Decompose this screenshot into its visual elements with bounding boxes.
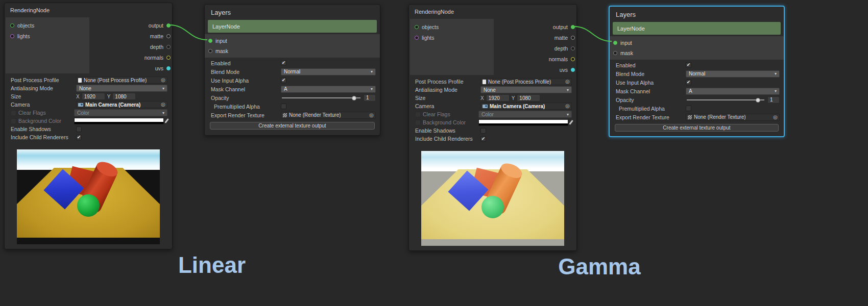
port-dot-mask[interactable]	[613, 51, 617, 55]
port-dot-normals[interactable]	[571, 57, 575, 61]
port-dot-matte[interactable]	[166, 34, 171, 38]
object-picker-icon[interactable]: ◎	[565, 79, 570, 84]
size-x-field[interactable]: 1920	[486, 94, 510, 101]
create-external-texture-button[interactable]: Create external texture output	[210, 122, 375, 130]
opacity-slider[interactable]	[281, 94, 361, 101]
size-label: Size	[415, 95, 478, 101]
eyedropper-icon[interactable]	[569, 120, 573, 125]
prop-row-mask-channel: Mask Channel A ▾	[610, 87, 784, 95]
prop-row-use-input-alpha: Use Input Alpha ✔	[610, 78, 784, 87]
port-label-matte: matte	[554, 35, 568, 41]
premultiplied-alpha-checkbox[interactable]: ✔	[686, 106, 691, 111]
opacity-slider[interactable]	[686, 96, 765, 104]
port-dot-depth[interactable]	[571, 46, 575, 50]
port-dot-input[interactable]	[613, 41, 617, 45]
color-alpha-bar	[75, 122, 163, 124]
size-x-field[interactable]: 1920	[82, 93, 105, 100]
render-texture-icon	[283, 113, 287, 117]
eyedropper-icon[interactable]	[164, 118, 169, 123]
prop-row-clear-flags: ✔ Clear Flags Color ▾	[409, 110, 576, 118]
port-dot-matte[interactable]	[571, 36, 575, 40]
wire-path[interactable]	[574, 27, 612, 41]
object-picker-icon[interactable]: ◎	[773, 115, 778, 120]
camera-icon	[78, 103, 83, 107]
rendering-node-ports: objects lights output matte depth	[409, 19, 576, 75]
background-color-override-checkbox[interactable]: ✔	[415, 120, 421, 125]
port-row-uvs: uvs	[89, 63, 172, 73]
enable-shadows-checkbox[interactable]: ✔	[76, 126, 82, 132]
prop-row-camera: Camera Main Camera (Camera) ◎	[409, 102, 576, 110]
background-color-field[interactable]	[74, 118, 164, 124]
slider-handle[interactable]	[352, 96, 356, 100]
mask-channel-dropdown[interactable]: A ▾	[686, 88, 780, 95]
object-picker-icon[interactable]: ◎	[161, 78, 165, 83]
camera-value: Main Camera (Camera)	[490, 104, 563, 109]
port-label-normals: normals	[144, 55, 163, 61]
rendering-node[interactable]: RenderingNode objects lights output m	[4, 3, 173, 249]
layers-node[interactable]: Layers LayerNode input mask Enabled ✔ Bl…	[204, 4, 380, 136]
checkmark-icon: ✔	[687, 80, 691, 85]
enabled-checkbox[interactable]: ✔	[281, 60, 286, 66]
opacity-value-field[interactable]: 1	[767, 96, 780, 104]
include-child-renderers-checkbox[interactable]: ✔	[480, 136, 486, 142]
mask-channel-dropdown[interactable]: A ▾	[281, 86, 376, 93]
layers-node[interactable]: Layers LayerNode input mask Enabled ✔ Bl…	[609, 6, 785, 137]
background-color-field[interactable]	[478, 119, 568, 126]
chevron-down-icon: ▾	[371, 69, 373, 74]
wire-path[interactable]	[170, 25, 207, 40]
slider-handle[interactable]	[756, 98, 760, 103]
export-render-texture-field[interactable]: None (Render Texture) ◎	[686, 114, 780, 121]
include-child-renderers-checkbox[interactable]: ✔	[76, 135, 82, 140]
antialiasing-mode-dropdown[interactable]: None ▾	[76, 85, 167, 92]
port-dot-output[interactable]	[571, 25, 575, 29]
blend-mode-dropdown[interactable]: Normal ▾	[281, 68, 376, 75]
rendering-node[interactable]: RenderingNode objects lights output m	[408, 4, 577, 251]
background-color-override-checkbox[interactable]: ✔	[11, 118, 16, 124]
object-picker-icon[interactable]: ◎	[369, 113, 374, 118]
enable-shadows-checkbox[interactable]: ✔	[480, 128, 486, 134]
port-dot-output[interactable]	[166, 23, 171, 28]
size-y-field[interactable]: 1080	[112, 93, 136, 100]
enabled-checkbox[interactable]: ✔	[686, 62, 691, 68]
object-picker-icon[interactable]: ◎	[565, 104, 570, 109]
green-sphere	[77, 194, 100, 217]
port-label-lights: lights	[422, 35, 435, 41]
post-process-profile-field[interactable]: None (Post Process Profile) ◎	[480, 78, 572, 85]
export-render-texture-field[interactable]: None (Render Texture) ◎	[281, 112, 376, 119]
post-process-profile-field[interactable]: None (Post Process Profile) ◎	[76, 76, 167, 84]
size-y-field[interactable]: 1080	[517, 94, 540, 101]
port-dot-lights[interactable]	[10, 34, 14, 38]
layer-node-header[interactable]: LayerNode	[208, 20, 377, 33]
camera-field[interactable]: Main Camera (Camera) ◎	[76, 101, 167, 108]
port-dot-objects[interactable]	[10, 23, 14, 28]
camera-field[interactable]: Main Camera (Camera) ◎	[480, 103, 572, 110]
use-input-alpha-checkbox[interactable]: ✔	[281, 78, 286, 83]
opacity-value-field[interactable]: 1	[364, 94, 376, 101]
size-x-value: 1920	[489, 95, 500, 101]
colorspace-label: Linear	[130, 252, 294, 278]
port-row-objects: objects	[6, 20, 89, 31]
port-dot-input[interactable]	[208, 39, 212, 43]
clear-flags-value: Color	[77, 110, 89, 116]
port-dot-uvs[interactable]	[166, 66, 171, 70]
object-picker-icon[interactable]: ◎	[161, 102, 165, 107]
blend-mode-dropdown[interactable]: Normal ▾	[686, 70, 780, 78]
prop-row-use-input-alpha: Use Input Alpha ✔	[205, 76, 380, 85]
port-dot-uvs[interactable]	[571, 68, 575, 72]
port-dot-normals[interactable]	[166, 56, 171, 60]
premultiplied-alpha-checkbox[interactable]: ✔	[281, 104, 286, 109]
opacity-value: 1	[366, 95, 369, 100]
clear-flags-dropdown: Color ▾	[74, 109, 167, 116]
prop-row-opacity: Opacity 1	[205, 93, 380, 102]
antialiasing-mode-dropdown[interactable]: None ▾	[480, 86, 572, 93]
port-dot-objects[interactable]	[415, 25, 419, 29]
clear-flags-override-checkbox[interactable]: ✔	[11, 110, 16, 116]
create-external-texture-button[interactable]: Create external texture output	[615, 124, 779, 132]
layer-node-header[interactable]: LayerNode	[613, 22, 781, 35]
green-sphere	[481, 196, 504, 218]
port-dot-lights[interactable]	[415, 36, 419, 40]
port-dot-mask[interactable]	[208, 49, 212, 53]
clear-flags-override-checkbox[interactable]: ✔	[415, 112, 421, 117]
use-input-alpha-checkbox[interactable]: ✔	[686, 80, 691, 85]
port-dot-depth[interactable]	[166, 45, 171, 49]
